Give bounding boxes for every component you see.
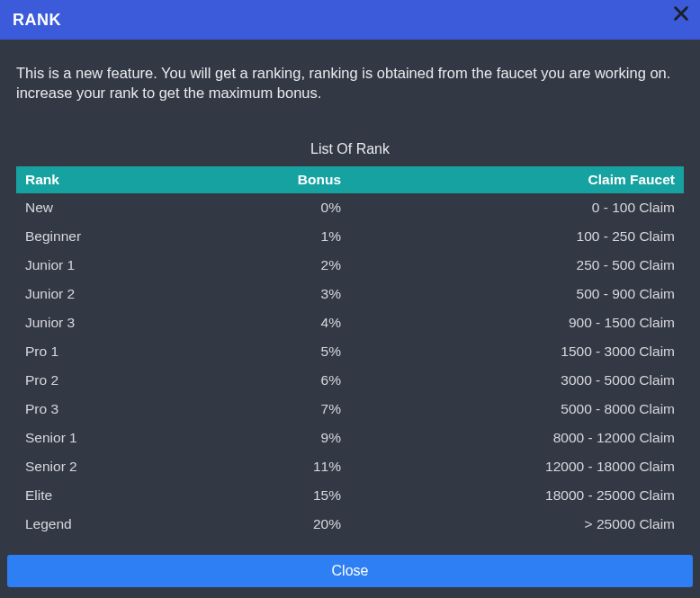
cell-rank: Senior 2 xyxy=(16,452,184,481)
cell-bonus: 11% xyxy=(184,452,351,481)
cell-claim: 900 - 1500 Claim xyxy=(350,308,684,337)
cell-rank: New xyxy=(16,193,184,222)
cell-rank: Junior 2 xyxy=(16,280,184,308)
col-bonus: Bonus xyxy=(184,166,351,193)
cell-bonus: 7% xyxy=(184,395,351,424)
close-button[interactable]: Close xyxy=(7,555,693,587)
cell-rank: Pro 1 xyxy=(16,337,184,366)
cell-rank: Pro 3 xyxy=(16,395,184,424)
table-row: Senior 19%8000 - 12000 Claim xyxy=(16,424,684,452)
table-row: Senior 211%12000 - 18000 Claim xyxy=(16,452,684,481)
cell-bonus: 1% xyxy=(184,222,351,251)
table-row: Pro 26%3000 - 5000 Claim xyxy=(16,366,684,395)
cell-claim: 18000 - 25000 Claim xyxy=(350,481,684,510)
intro-text: This is a new feature. You will get a ra… xyxy=(16,63,684,103)
cell-claim: 1500 - 3000 Claim xyxy=(350,337,684,366)
list-title: List Of Rank xyxy=(16,141,684,157)
cell-bonus: 3% xyxy=(184,280,351,308)
table-row: Pro 37%5000 - 8000 Claim xyxy=(16,395,684,424)
cell-bonus: 0% xyxy=(184,193,351,222)
table-header-row: Rank Bonus Claim Faucet xyxy=(16,166,684,193)
table-row: Junior 23%500 - 900 Claim xyxy=(16,280,684,308)
modal-header: RANK xyxy=(0,0,700,40)
cell-bonus: 5% xyxy=(184,337,351,366)
rank-modal: RANK This is a new feature. You will get… xyxy=(0,0,700,598)
cell-bonus: 4% xyxy=(184,308,351,337)
cell-claim: 12000 - 18000 Claim xyxy=(350,452,684,481)
cell-claim: 100 - 250 Claim xyxy=(350,222,684,251)
cell-rank: Beginner xyxy=(16,222,184,251)
cell-bonus: 9% xyxy=(184,424,351,452)
modal-body: This is a new feature. You will get a ra… xyxy=(0,40,700,546)
cell-bonus: 20% xyxy=(184,510,351,539)
table-row: Junior 12%250 - 500 Claim xyxy=(16,251,684,280)
table-row: Beginner1%100 - 250 Claim xyxy=(16,222,684,251)
col-rank: Rank xyxy=(16,166,184,193)
cell-claim: 8000 - 12000 Claim xyxy=(350,424,684,452)
cell-rank: Junior 3 xyxy=(16,308,184,337)
cell-claim: 250 - 500 Claim xyxy=(350,251,684,280)
cell-claim: 0 - 100 Claim xyxy=(350,193,684,222)
modal-footer: Close xyxy=(0,546,700,598)
cell-bonus: 15% xyxy=(184,481,351,510)
modal-title: RANK xyxy=(13,11,61,30)
cell-claim: 5000 - 8000 Claim xyxy=(350,395,684,424)
close-icon[interactable] xyxy=(671,4,691,23)
table-row: New0%0 - 100 Claim xyxy=(16,193,684,222)
cell-claim: > 25000 Claim xyxy=(350,510,684,539)
cell-rank: Junior 1 xyxy=(16,251,184,280)
cell-bonus: 6% xyxy=(184,366,351,395)
cell-rank: Legend xyxy=(16,510,184,539)
table-row: Elite15%18000 - 25000 Claim xyxy=(16,481,684,510)
table-row: Legend20%> 25000 Claim xyxy=(16,510,684,539)
cell-rank: Pro 2 xyxy=(16,366,184,395)
cell-claim: 3000 - 5000 Claim xyxy=(350,366,684,395)
cell-bonus: 2% xyxy=(184,251,351,280)
table-row: Pro 15%1500 - 3000 Claim xyxy=(16,337,684,366)
rank-table: Rank Bonus Claim Faucet New0%0 - 100 Cla… xyxy=(16,166,684,539)
cell-rank: Elite xyxy=(16,481,184,510)
cell-claim: 500 - 900 Claim xyxy=(350,280,684,308)
table-row: Junior 34%900 - 1500 Claim xyxy=(16,308,684,337)
cell-rank: Senior 1 xyxy=(16,424,184,452)
col-claim: Claim Faucet xyxy=(350,166,684,193)
